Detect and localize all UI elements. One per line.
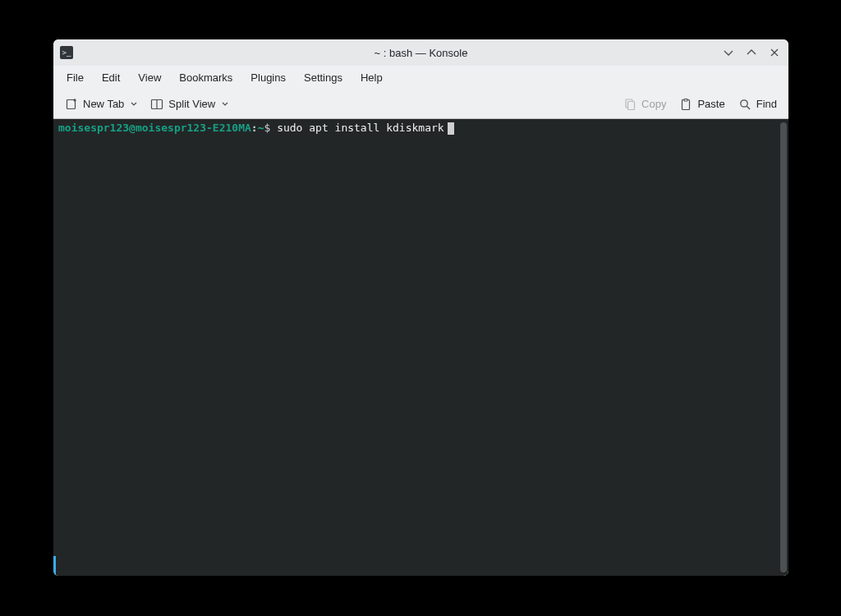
new-tab-icon bbox=[65, 98, 78, 111]
terminal-command: sudo apt install kdiskmark bbox=[277, 121, 444, 136]
svg-point-7 bbox=[741, 99, 747, 106]
chevron-down-icon bbox=[222, 98, 228, 110]
window-controls bbox=[721, 45, 782, 60]
prompt-user-host: moisespr123@moisespr123-E210MA bbox=[58, 121, 251, 136]
menu-edit[interactable]: Edit bbox=[94, 68, 128, 87]
menu-bookmarks[interactable]: Bookmarks bbox=[171, 68, 241, 87]
find-label: Find bbox=[756, 98, 777, 110]
menubar: File Edit View Bookmarks Plugins Setting… bbox=[53, 66, 788, 90]
chevron-down-icon bbox=[131, 98, 137, 110]
menu-plugins[interactable]: Plugins bbox=[242, 68, 294, 87]
menu-settings[interactable]: Settings bbox=[296, 68, 351, 87]
chevron-up-icon bbox=[746, 47, 757, 58]
new-tab-button[interactable]: New Tab bbox=[58, 94, 144, 114]
konsole-window: >_ ~ : bash — Konsole File Edit View Boo… bbox=[53, 39, 788, 576]
app-icon: >_ bbox=[60, 46, 73, 59]
paste-button[interactable]: Paste bbox=[673, 94, 731, 114]
split-view-button[interactable]: Split View bbox=[144, 94, 235, 114]
terminal-line: moisespr123@moisespr123-E210MA:~$ sudo a… bbox=[58, 121, 784, 136]
svg-rect-0 bbox=[67, 99, 76, 108]
prompt-cwd: ~ bbox=[258, 121, 264, 136]
active-tab-indicator bbox=[53, 556, 56, 576]
terminal-scrollbar[interactable] bbox=[780, 122, 787, 572]
window-title: ~ : bash — Konsole bbox=[53, 47, 788, 59]
close-button[interactable] bbox=[767, 45, 782, 60]
menu-view[interactable]: View bbox=[130, 68, 169, 87]
titlebar[interactable]: >_ ~ : bash — Konsole bbox=[53, 39, 788, 66]
split-view-icon bbox=[150, 98, 163, 111]
paste-label: Paste bbox=[697, 98, 724, 110]
svg-rect-4 bbox=[628, 101, 635, 109]
chevron-down-icon bbox=[723, 47, 734, 58]
search-icon bbox=[738, 98, 751, 111]
copy-button[interactable]: Copy bbox=[617, 94, 673, 114]
close-icon bbox=[769, 47, 780, 58]
paste-icon bbox=[679, 98, 692, 111]
toolbar: New Tab Split View Copy Paste bbox=[53, 90, 788, 119]
copy-icon bbox=[623, 98, 636, 111]
menu-file[interactable]: File bbox=[58, 68, 92, 87]
scrollbar-thumb[interactable] bbox=[780, 122, 787, 572]
new-tab-label: New Tab bbox=[83, 98, 124, 110]
copy-label: Copy bbox=[641, 98, 666, 110]
find-button[interactable]: Find bbox=[732, 94, 784, 114]
terminal-viewport[interactable]: moisespr123@moisespr123-E210MA:~$ sudo a… bbox=[53, 119, 788, 576]
svg-line-8 bbox=[747, 106, 750, 109]
maximize-button[interactable] bbox=[744, 45, 759, 60]
minimize-button[interactable] bbox=[721, 45, 736, 60]
menu-help[interactable]: Help bbox=[352, 68, 391, 87]
split-view-label: Split View bbox=[168, 98, 215, 110]
prompt-symbol: $ bbox=[264, 121, 277, 136]
svg-rect-6 bbox=[684, 99, 687, 101]
terminal-cursor bbox=[448, 122, 454, 135]
prompt-separator: : bbox=[251, 121, 258, 136]
